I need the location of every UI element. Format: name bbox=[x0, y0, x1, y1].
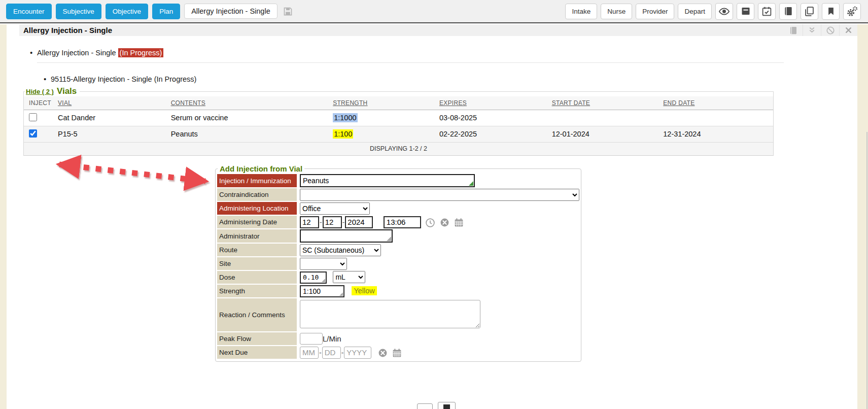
scrollbar-track[interactable] bbox=[866, 132, 867, 409]
form-row-strength: Strength Yellow bbox=[217, 284, 579, 298]
eye-icon[interactable] bbox=[715, 3, 733, 20]
injection-label: Injection / Immunization bbox=[217, 174, 297, 188]
close-x-icon[interactable] bbox=[839, 24, 857, 36]
strength-label: Strength bbox=[217, 284, 297, 298]
partial-button[interactable] bbox=[438, 402, 456, 409]
location-label: Administering Location bbox=[217, 201, 297, 215]
clear-date-x-circle-icon[interactable] bbox=[440, 218, 449, 227]
panel-titlebar: Allergy Injection - Single bbox=[19, 24, 857, 36]
form-row-contraindication: Contraindication bbox=[217, 188, 579, 201]
vials-title: Vials bbox=[57, 86, 77, 96]
divider bbox=[37, 62, 784, 63]
admin-date-day-input[interactable] bbox=[323, 216, 342, 228]
depart-button[interactable]: Depart bbox=[678, 4, 712, 19]
vial-end-date: 12-31-2024 bbox=[658, 126, 773, 142]
vials-legend: Hide ( 2 )Vials bbox=[25, 86, 80, 96]
button-icon bbox=[443, 404, 450, 409]
col-contents[interactable]: CONTENTS bbox=[166, 96, 328, 110]
reaction-comments-textarea[interactable] bbox=[300, 300, 480, 328]
strength-input[interactable] bbox=[300, 285, 344, 297]
col-vial[interactable]: VIAL bbox=[53, 96, 166, 110]
disable-circle-slash-icon[interactable] bbox=[821, 24, 839, 36]
vials-section: Hide ( 2 )Vials INJECT VIAL CONTENTS STR… bbox=[23, 86, 774, 156]
vial-expires: 03-08-2025 bbox=[434, 110, 547, 126]
vial-start-date bbox=[547, 110, 658, 126]
dose-input[interactable] bbox=[300, 271, 327, 284]
provider-button[interactable]: Provider bbox=[636, 4, 674, 19]
right-margin-strip bbox=[857, 24, 868, 409]
nurse-button[interactable]: Nurse bbox=[601, 4, 632, 19]
dose-label: Dose bbox=[217, 270, 297, 284]
admin-time-input[interactable] bbox=[384, 216, 421, 228]
vial-row-cat-dander: Cat Dander Serum or vaccine 1:1000 03-08… bbox=[24, 110, 773, 126]
intake-button[interactable]: Intake bbox=[565, 4, 597, 19]
strength-color-note: Yellow bbox=[352, 286, 376, 295]
form-row-administrator: Administrator bbox=[217, 229, 579, 243]
copy-pages-icon[interactable] bbox=[801, 3, 818, 20]
peak-flow-input[interactable] bbox=[300, 333, 323, 345]
contraindication-label: Contraindication bbox=[217, 188, 297, 201]
settings-gears-icon[interactable] bbox=[843, 3, 861, 20]
panel-book-icon[interactable] bbox=[784, 24, 803, 36]
calendar-check-icon[interactable] bbox=[758, 3, 776, 20]
form-row-dose: Dose mL bbox=[217, 270, 579, 284]
route-label: Route bbox=[217, 243, 297, 257]
next-due-calendar-icon[interactable] bbox=[392, 348, 402, 358]
site-select[interactable] bbox=[300, 258, 347, 270]
admin-date-month-input[interactable] bbox=[300, 216, 319, 228]
vial-contents: Serum or vaccine bbox=[166, 110, 328, 126]
form-selector[interactable]: Allergy Injection - Single bbox=[184, 4, 277, 19]
form-row-reaction: Reaction / Comments bbox=[217, 298, 579, 332]
vial-contents: Peanuts bbox=[166, 126, 328, 142]
panel-actions bbox=[784, 24, 857, 36]
inject-checkbox[interactable] bbox=[29, 113, 37, 121]
col-end-date[interactable]: END DATE bbox=[658, 96, 773, 110]
vial-row-p15-5: P15-5 Peanuts 1:100 02-22-2025 12-01-202… bbox=[24, 126, 773, 142]
col-start-date[interactable]: START DATE bbox=[547, 96, 658, 110]
vial-start-date: 12-01-2024 bbox=[547, 126, 658, 142]
book-icon[interactable] bbox=[779, 3, 797, 20]
archive-box-icon[interactable] bbox=[737, 3, 754, 20]
contraindication-select[interactable] bbox=[300, 189, 579, 201]
bookmark-icon[interactable] bbox=[822, 3, 840, 20]
toolbar-right-group: Intake Nurse Provider Depart bbox=[565, 3, 861, 20]
outline-sub-item-text: 95115-Allergy Injection - Single (In Pro… bbox=[51, 75, 196, 83]
next-due-month-input[interactable] bbox=[300, 347, 319, 359]
inject-checkbox[interactable] bbox=[29, 129, 37, 138]
dose-unit-select[interactable]: mL bbox=[333, 271, 365, 283]
vial-strength: 1:100 bbox=[333, 129, 353, 139]
subjective-button[interactable]: Subjective bbox=[56, 4, 101, 19]
next-due-year-input[interactable] bbox=[344, 347, 371, 359]
route-select[interactable]: SC (Subcutaneous) bbox=[300, 244, 381, 256]
objective-button[interactable]: Objective bbox=[106, 4, 148, 19]
vial-expires: 02-22-2025 bbox=[434, 126, 547, 142]
clock-icon[interactable] bbox=[425, 218, 435, 228]
col-strength[interactable]: STRENGTH bbox=[328, 96, 434, 110]
form-row-next-due: Next Due -- bbox=[217, 346, 579, 359]
form-row-site: Site bbox=[217, 257, 579, 270]
vials-table: INJECT VIAL CONTENTS STRENGTH EXPIRES ST… bbox=[24, 96, 773, 156]
administrator-input[interactable] bbox=[300, 229, 393, 243]
injection-input[interactable] bbox=[300, 174, 475, 187]
save-icon[interactable] bbox=[283, 6, 293, 17]
clear-next-due-x-circle-icon[interactable] bbox=[378, 348, 388, 358]
outline-item-text: Allergy Injection - Single bbox=[37, 49, 116, 57]
encounter-button[interactable]: Encounter bbox=[6, 4, 52, 19]
screen: Encounter Subjective Objective Plan Alle… bbox=[0, 0, 868, 409]
plan-button[interactable]: Plan bbox=[152, 4, 180, 19]
col-expires[interactable]: EXPIRES bbox=[434, 96, 547, 110]
site-label: Site bbox=[217, 257, 297, 270]
next-due-day-input[interactable] bbox=[322, 347, 341, 359]
reaction-label: Reaction / Comments bbox=[217, 298, 297, 332]
add-injection-form: Add Injection from Vial Injection / Immu… bbox=[215, 164, 581, 362]
partial-button[interactable] bbox=[417, 403, 433, 409]
hide-vials-link[interactable]: Hide ( 2 ) bbox=[26, 88, 54, 95]
peak-flow-label: Peak Flow bbox=[217, 332, 297, 346]
collapse-double-chevron-icon[interactable] bbox=[803, 24, 821, 36]
admin-date-year-input[interactable] bbox=[345, 216, 373, 228]
vial-name: Cat Dander bbox=[53, 110, 166, 126]
administering-location-select[interactable]: Office bbox=[300, 202, 370, 215]
calendar-picker-icon[interactable] bbox=[454, 217, 464, 228]
form-row-injection: Injection / Immunization bbox=[217, 174, 579, 188]
vials-header-row: INJECT VIAL CONTENTS STRENGTH EXPIRES ST… bbox=[24, 96, 773, 110]
